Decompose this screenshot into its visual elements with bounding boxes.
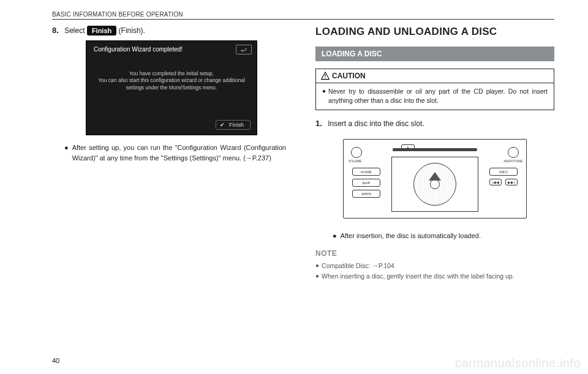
caution-body: ● Never try to disassemble or oil any pa…	[316, 83, 554, 110]
home-button: HOME	[352, 168, 380, 176]
note-line-1: ● Compatible Disc: →P.104	[315, 261, 554, 271]
caution-bullet-dot: ●	[322, 87, 326, 105]
after-setting-bullet: ● After setting up, you can run the "Con…	[52, 143, 291, 163]
note1-text: Compatible Disc: →P.104	[322, 261, 394, 271]
apps-button: APPS	[352, 190, 380, 198]
screenshot-line2: You can also start this configuration wi…	[86, 77, 257, 84]
screenshot-finish-label: Finish	[229, 122, 244, 128]
caution-text: Never try to disassemble or oil any part…	[328, 87, 548, 105]
volume-knob	[351, 147, 362, 158]
tune-knob	[508, 147, 519, 158]
caution-label: CAUTION	[332, 72, 366, 80]
watermark: carmanualsonline.info	[455, 356, 581, 370]
head-unit-illustration: ▲ VOLUME AUDIO/TUNE HOME MAP APPS INFO |…	[343, 139, 527, 219]
back-icon: ⮐	[236, 45, 252, 54]
caution-box: CAUTION ● Never try to disassemble or oi…	[315, 69, 554, 110]
note2-text: When inserting a disc, gently insert the…	[322, 272, 514, 281]
info-button: INFO	[489, 168, 518, 176]
screenshot-body: You have completed the initial setup. Yo…	[86, 70, 257, 91]
after-insertion-text: After insertion, the disc is automatical…	[341, 232, 481, 239]
loading-unloading-heading: LOADING AND UNLOADING A DISC	[315, 26, 554, 38]
header-rule	[52, 19, 554, 20]
bullet-dot: ●	[64, 143, 69, 163]
step-text-prefix: Select	[64, 26, 87, 35]
manual-page: BASIC INFORMATION BEFORE OPERATION 8. Se…	[0, 0, 588, 374]
note-heading: NOTE	[315, 249, 554, 258]
bullet-text: After setting up, you can run the "Confi…	[72, 143, 286, 163]
step-8: 8. Select Finish (Finish).	[52, 26, 291, 36]
loading-disc-subhead: LOADING A DISC	[315, 47, 554, 61]
insert-arrow-icon	[429, 172, 441, 181]
after-insertion-bullet: ● After insertion, the disc is automatic…	[315, 232, 554, 239]
map-button: MAP	[352, 179, 380, 187]
step-text-suffix: (Finish).	[119, 26, 145, 35]
screenshot-finish-button: ✔ Finish	[216, 120, 251, 130]
step-number: 8.	[52, 26, 59, 35]
wizard-screenshot: Configuration Wizard completed! ⮐ You ha…	[86, 40, 257, 135]
disc-icon	[413, 163, 456, 206]
caution-header: CAUTION	[316, 69, 554, 83]
screenshot-line1: You have completed the initial setup.	[86, 70, 257, 77]
note-bullet-dot: ●	[315, 272, 319, 281]
two-column-layout: 8. Select Finish (Finish). Configuration…	[52, 26, 554, 282]
right-column: LOADING AND UNLOADING A DISC LOADING A D…	[315, 26, 554, 282]
left-column: 8. Select Finish (Finish). Configuration…	[52, 26, 291, 282]
disc-slot	[393, 148, 477, 151]
note-bullet-dot: ●	[315, 261, 319, 271]
page-number: 40	[52, 357, 59, 364]
prev-track-button: |◀◀	[489, 179, 502, 185]
tune-label: AUDIO/TUNE	[503, 159, 522, 163]
step1-text: Insert a disc into the disc slot.	[328, 119, 424, 128]
section-header: BASIC INFORMATION BEFORE OPERATION	[52, 11, 554, 18]
finish-chip: Finish	[87, 26, 116, 36]
next-track-button: ▶▶|	[505, 179, 518, 185]
check-icon: ✔	[220, 122, 225, 128]
step1-number: 1.	[315, 119, 322, 128]
device-screen	[391, 157, 478, 212]
screenshot-line3: settings under the More/Settings menu.	[86, 84, 257, 91]
note-line-2: ● When inserting a disc, gently insert t…	[315, 272, 554, 281]
step-1: 1. Insert a disc into the disc slot.	[315, 119, 554, 128]
volume-label: VOLUME	[349, 159, 361, 163]
svg-point-2	[325, 78, 325, 78]
warning-icon	[321, 72, 330, 80]
bullet-dot: ●	[333, 232, 337, 239]
screenshot-title: Configuration Wizard completed!	[94, 46, 249, 53]
